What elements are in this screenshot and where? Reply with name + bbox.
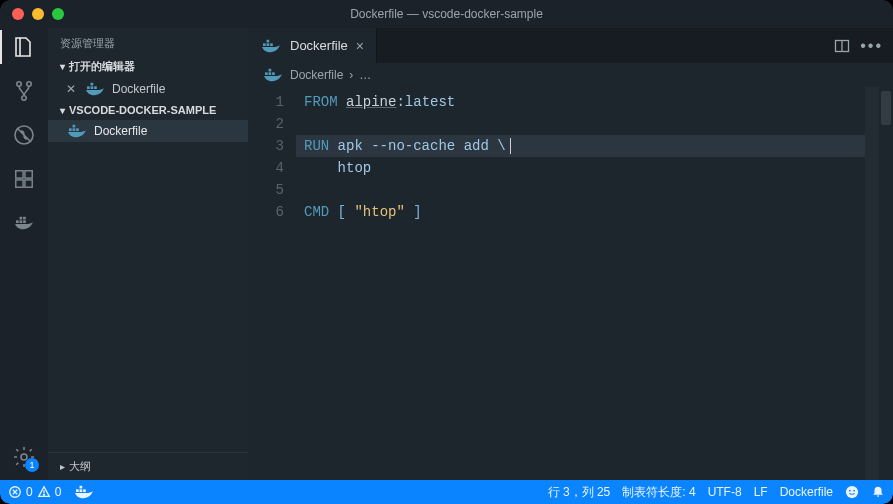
breadcrumb-sep: › (349, 68, 353, 82)
status-problems[interactable]: 0 0 (8, 485, 61, 499)
outline-header[interactable]: ▸ 大纲 (48, 452, 248, 480)
minimize-window-button[interactable] (32, 8, 44, 20)
svg-rect-18 (69, 128, 72, 131)
workspace-label: VSCODE-DOCKER-SAMPLE (69, 104, 216, 116)
close-icon[interactable]: × (356, 38, 364, 54)
svg-point-34 (43, 494, 44, 495)
tab-label: Dockerfile (290, 38, 348, 53)
extensions-icon[interactable] (11, 166, 37, 192)
svg-point-1 (27, 82, 31, 86)
settings-gear-icon[interactable]: 1 (11, 444, 37, 470)
vscode-window: Dockerfile — vscode-docker-sample 1 (0, 0, 893, 504)
warning-icon (37, 485, 51, 499)
status-bell-icon[interactable] (871, 485, 885, 499)
svg-rect-31 (269, 69, 272, 72)
svg-rect-36 (80, 489, 83, 492)
docker-icon[interactable] (11, 210, 37, 236)
svg-rect-23 (267, 43, 270, 46)
status-docker[interactable] (73, 484, 95, 500)
docker-file-icon (260, 38, 282, 54)
open-editor-item[interactable]: ✕ Dockerfile (48, 78, 248, 100)
more-actions-icon[interactable]: ••• (860, 37, 883, 55)
chevron-right-icon: ▸ (60, 461, 65, 472)
editor-group: Dockerfile × ••• Dockerfile › … 123456 F… (248, 28, 893, 480)
svg-rect-5 (16, 180, 23, 187)
tree-item-dockerfile[interactable]: Dockerfile (48, 120, 248, 142)
status-indent[interactable]: 制表符长度: 4 (622, 484, 695, 501)
svg-rect-30 (272, 72, 275, 75)
explorer-sidebar: 资源管理器 ▾ 打开的编辑器 ✕ Dockerfile ▾ VSCODE-DOC… (48, 28, 248, 480)
svg-rect-24 (270, 43, 273, 46)
svg-rect-29 (269, 72, 272, 75)
svg-rect-20 (76, 128, 79, 131)
window-controls (12, 8, 64, 20)
svg-rect-22 (263, 43, 266, 46)
sidebar-title: 资源管理器 (48, 28, 248, 55)
window-title: Dockerfile — vscode-docker-sample (0, 7, 893, 21)
close-icon[interactable]: ✕ (66, 82, 78, 96)
split-editor-icon[interactable] (834, 38, 850, 54)
breadcrumb-file: Dockerfile (290, 68, 343, 82)
svg-rect-38 (80, 486, 83, 489)
status-bar: 0 0 行 3，列 25 制表符长度: 4 UTF-8 LF Dockerfil… (0, 480, 893, 504)
workbench: 1 资源管理器 ▾ 打开的编辑器 ✕ Dockerfile ▾ VSCODE-D… (0, 28, 893, 480)
open-editors-label: 打开的编辑器 (69, 59, 135, 74)
svg-rect-8 (16, 220, 19, 223)
svg-rect-9 (20, 220, 23, 223)
svg-point-39 (846, 486, 858, 498)
status-eol[interactable]: LF (754, 485, 768, 499)
scrollbar-thumb[interactable] (881, 91, 891, 125)
settings-badge: 1 (25, 458, 39, 472)
docker-status-icon (73, 484, 95, 500)
docker-file-icon (66, 123, 88, 139)
svg-rect-11 (20, 217, 23, 220)
docker-file-icon (84, 81, 106, 97)
svg-rect-17 (91, 83, 94, 86)
zoom-window-button[interactable] (52, 8, 64, 20)
line-gutter: 123456 (248, 87, 296, 480)
error-count: 0 (26, 485, 33, 499)
svg-rect-25 (267, 39, 270, 42)
svg-rect-6 (25, 180, 32, 187)
svg-rect-37 (83, 489, 86, 492)
code-editor[interactable]: 123456 FROM alpine:latestRUN apk --no-ca… (248, 87, 893, 480)
minimap[interactable] (865, 87, 879, 480)
svg-point-41 (853, 490, 855, 492)
explorer-icon[interactable] (11, 34, 37, 60)
debug-disabled-icon[interactable] (11, 122, 37, 148)
svg-point-0 (17, 82, 21, 86)
status-language[interactable]: Dockerfile (780, 485, 833, 499)
titlebar: Dockerfile — vscode-docker-sample (0, 0, 893, 28)
scrollbar[interactable] (879, 87, 893, 480)
svg-rect-10 (23, 220, 26, 223)
tab-dockerfile[interactable]: Dockerfile × (248, 28, 377, 63)
svg-rect-14 (87, 86, 90, 89)
workspace-header[interactable]: ▾ VSCODE-DOCKER-SAMPLE (48, 100, 248, 120)
error-icon (8, 485, 22, 499)
svg-rect-15 (91, 86, 94, 89)
status-encoding[interactable]: UTF-8 (708, 485, 742, 499)
activity-bar: 1 (0, 28, 48, 480)
code-content[interactable]: FROM alpine:latestRUN apk --no-cache add… (296, 87, 865, 480)
open-editor-label: Dockerfile (112, 82, 165, 96)
source-control-icon[interactable] (11, 78, 37, 104)
outline-label: 大纲 (69, 459, 91, 474)
open-editors-header[interactable]: ▾ 打开的编辑器 (48, 55, 248, 78)
svg-rect-7 (25, 171, 32, 178)
svg-rect-28 (265, 72, 268, 75)
chevron-down-icon: ▾ (60, 105, 65, 116)
close-window-button[interactable] (12, 8, 24, 20)
breadcrumb-rest: … (359, 68, 371, 82)
svg-rect-21 (73, 125, 76, 128)
chevron-down-icon: ▾ (60, 61, 65, 72)
svg-rect-35 (76, 489, 79, 492)
warning-count: 0 (55, 485, 62, 499)
editor-actions: ••• (824, 28, 893, 63)
status-feedback-icon[interactable] (845, 485, 859, 499)
svg-rect-4 (16, 171, 23, 178)
svg-rect-19 (73, 128, 76, 131)
status-cursor[interactable]: 行 3，列 25 (548, 484, 611, 501)
breadcrumb[interactable]: Dockerfile › … (248, 63, 893, 87)
svg-point-2 (22, 96, 26, 100)
docker-file-icon (262, 67, 284, 83)
